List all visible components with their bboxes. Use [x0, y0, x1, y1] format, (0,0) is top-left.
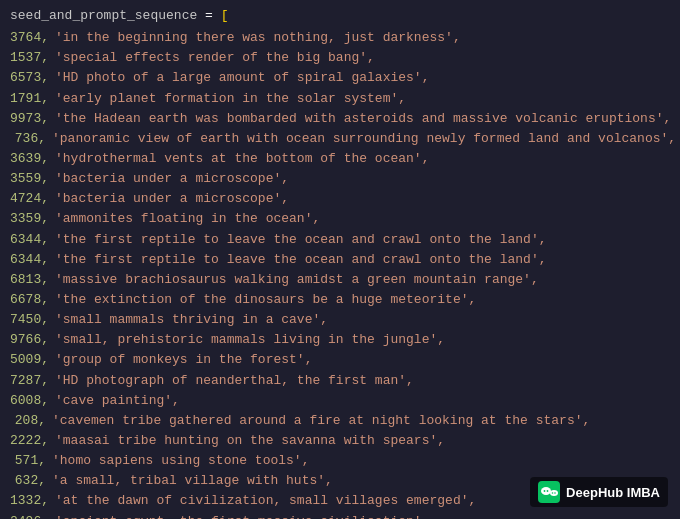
line-string: 'at the dawn of civilization, small vill… — [55, 491, 476, 511]
table-row: 6678, 'the extinction of the dinosaurs b… — [10, 290, 670, 310]
line-number: 571, — [10, 451, 52, 471]
line-string: 'small, prehistoric mammals living in th… — [55, 330, 445, 350]
table-row: 208, 'cavemen tribe gathered around a fi… — [10, 411, 670, 431]
watermark: DeepHub IMBA — [530, 477, 668, 507]
line-number: 6813, — [10, 270, 55, 290]
table-row: 1537, 'special effects render of the big… — [10, 48, 670, 68]
table-row: 1791, 'early planet formation in the sol… — [10, 89, 670, 109]
table-row: 3764, 'in the beginning there was nothin… — [10, 28, 670, 48]
line-number: 736, — [10, 129, 52, 149]
table-row: 6344, 'the first reptile to leave the oc… — [10, 230, 670, 250]
table-row: 2222, 'maasai tribe hunting on the savan… — [10, 431, 670, 451]
line-number: 9973, — [10, 109, 55, 129]
svg-point-2 — [550, 490, 558, 496]
line-string: 'cavemen tribe gathered around a fire at… — [52, 411, 590, 431]
line-string: 'HD photograph of neanderthal, the first… — [55, 371, 414, 391]
line-number: 6573, — [10, 68, 55, 88]
table-row: 6813, 'massive brachiosaurus walking ami… — [10, 270, 670, 290]
line-string: 'homo sapiens using stone tools', — [52, 451, 309, 471]
table-row: 7450, 'small mammals thriving in a cave'… — [10, 310, 670, 330]
watermark-text: DeepHub IMBA — [566, 485, 660, 500]
table-row: 6573, 'HD photo of a large amount of spi… — [10, 68, 670, 88]
header-line: seed_and_prompt_sequence = [ — [10, 6, 670, 26]
line-string: 'ancient egypt, the first massive civili… — [55, 512, 429, 519]
table-row: 6008, 'cave painting', — [10, 391, 670, 411]
line-number: 6678, — [10, 290, 55, 310]
svg-point-1 — [541, 487, 551, 495]
line-number: 7450, — [10, 310, 55, 330]
svg-point-4 — [547, 490, 549, 492]
table-row: 736, 'panoramic view of earth with ocean… — [10, 129, 670, 149]
line-string: 'HD photo of a large amount of spiral ga… — [55, 68, 429, 88]
line-string: 'bacteria under a microscope', — [55, 169, 289, 189]
line-number: 9766, — [10, 330, 55, 350]
wechat-icon — [538, 481, 560, 503]
line-string: 'the Hadean earth was bombarded with ast… — [55, 109, 671, 129]
equals-sign: = — [197, 8, 220, 23]
table-row: 7287, 'HD photograph of neanderthal, the… — [10, 371, 670, 391]
line-number: 3359, — [10, 209, 55, 229]
line-string: 'the first reptile to leave the ocean an… — [55, 250, 546, 270]
table-row: 4724, 'bacteria under a microscope', — [10, 189, 670, 209]
line-string: 'hydrothermal vents at the bottom of the… — [55, 149, 429, 169]
line-number: 7287, — [10, 371, 55, 391]
line-number: 208, — [10, 411, 52, 431]
line-number: 3639, — [10, 149, 55, 169]
table-row: 3639, 'hydrothermal vents at the bottom … — [10, 149, 670, 169]
table-row: 3359, 'ammonites floating in the ocean', — [10, 209, 670, 229]
table-row: 5009, 'group of monkeys in the forest', — [10, 350, 670, 370]
line-number: 6008, — [10, 391, 55, 411]
line-string: 'early planet formation in the solar sys… — [55, 89, 406, 109]
line-number: 6344, — [10, 250, 55, 270]
table-row: 571, 'homo sapiens using stone tools', — [10, 451, 670, 471]
line-string: 'massive brachiosaurus walking amidst a … — [55, 270, 539, 290]
line-string: 'bacteria under a microscope', — [55, 189, 289, 209]
line-number: 1791, — [10, 89, 55, 109]
line-number: 3559, — [10, 169, 55, 189]
line-string: 'the first reptile to leave the ocean an… — [55, 230, 546, 250]
line-string: 'maasai tribe hunting on the savanna wit… — [55, 431, 445, 451]
line-string: 'a small, tribal village with huts', — [52, 471, 333, 491]
table-row: 9766, 'small, prehistoric mammals living… — [10, 330, 670, 350]
open-bracket: [ — [221, 8, 229, 23]
svg-point-6 — [554, 492, 556, 494]
table-row: 9973, 'the Hadean earth was bombarded wi… — [10, 109, 670, 129]
line-number: 1537, — [10, 48, 55, 68]
line-number: 5009, — [10, 350, 55, 370]
svg-point-3 — [544, 490, 546, 492]
line-number: 3764, — [10, 28, 55, 48]
variable-name: seed_and_prompt_sequence — [10, 8, 197, 23]
line-string: 'the extinction of the dinosaurs be a hu… — [55, 290, 476, 310]
line-string: 'group of monkeys in the forest', — [55, 350, 312, 370]
table-row: 3559, 'bacteria under a microscope', — [10, 169, 670, 189]
table-row: 2496, 'ancient egypt, the first massive … — [10, 512, 670, 519]
line-string: 'small mammals thriving in a cave', — [55, 310, 328, 330]
line-number: 1332, — [10, 491, 55, 511]
code-lines: 3764, 'in the beginning there was nothin… — [10, 28, 670, 519]
line-string: 'in the beginning there was nothing, jus… — [55, 28, 461, 48]
code-editor: seed_and_prompt_sequence = [ 3764, 'in t… — [0, 0, 680, 519]
svg-point-5 — [552, 492, 554, 494]
line-number: 4724, — [10, 189, 55, 209]
line-string: 'panoramic view of earth with ocean surr… — [52, 129, 676, 149]
line-string: 'cave painting', — [55, 391, 180, 411]
line-number: 6344, — [10, 230, 55, 250]
line-number: 2222, — [10, 431, 55, 451]
table-row: 6344, 'the first reptile to leave the oc… — [10, 250, 670, 270]
line-number: 632, — [10, 471, 52, 491]
line-string: 'special effects render of the big bang'… — [55, 48, 375, 68]
line-string: 'ammonites floating in the ocean', — [55, 209, 320, 229]
line-number: 2496, — [10, 512, 55, 519]
